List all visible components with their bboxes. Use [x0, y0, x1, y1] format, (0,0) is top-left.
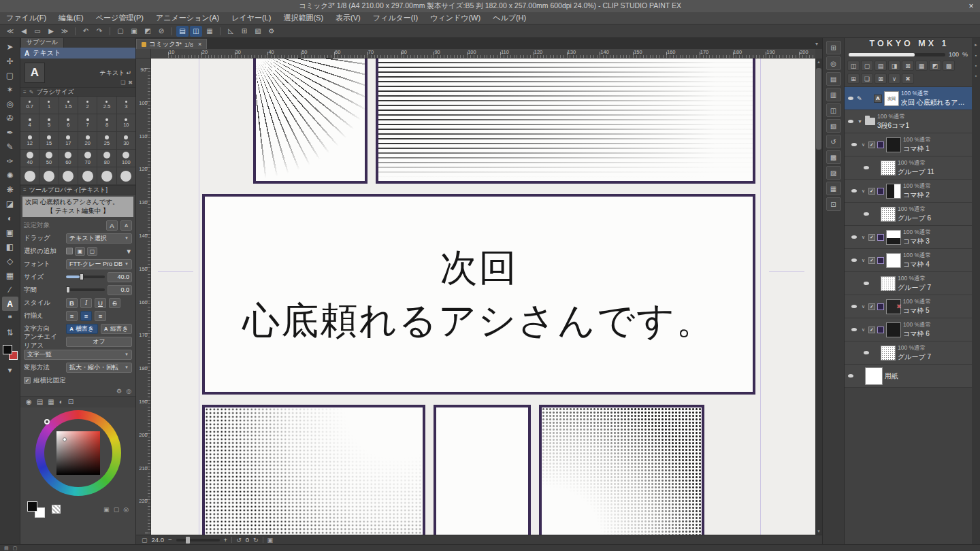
reset-view-icon[interactable]: ▣: [267, 537, 274, 544]
layer-row[interactable]: ✎ ✓ A 用紙: [845, 365, 972, 388]
color-mixer-icon[interactable]: ⊡: [68, 398, 74, 405]
snap-special-ruler-icon[interactable]: ◫: [190, 26, 202, 37]
visibility-eye-icon[interactable]: [850, 305, 858, 308]
fg-bg-swatches[interactable]: [27, 501, 45, 518]
aspect-ratio-checkbox[interactable]: ✓: [24, 377, 31, 384]
menu-item[interactable]: ファイル(F): [0, 12, 52, 24]
transform-method-dropdown[interactable]: 拡大・縮小・回転 ▼: [66, 363, 132, 373]
subtool-list[interactable]: A テキスト ↵ ❏ ✖: [20, 59, 135, 87]
frame-border-tool[interactable]: ▦: [2, 268, 18, 282]
layer-row[interactable]: ✎ ▼ ✓ A 100 %通常 3段6コマ1: [845, 110, 972, 133]
slider-thumb[interactable]: [80, 273, 84, 280]
ruler-icon[interactable]: ◺: [225, 26, 237, 37]
zoom-slider[interactable]: [176, 539, 220, 541]
pencil-tool[interactable]: ✎: [2, 139, 18, 154]
expand-arrow-icon[interactable]: ∨: [860, 304, 866, 310]
delete-subtool-icon[interactable]: ✖: [128, 80, 133, 86]
dock-item-icon[interactable]: ▪: [975, 53, 977, 58]
toolbar-icon[interactable]: [220, 27, 220, 35]
slider-thumb[interactable]: [66, 286, 70, 293]
dock-item-icon[interactable]: ▪: [975, 73, 977, 78]
brush-size-cell[interactable]: 25: [97, 132, 116, 150]
frame-check-icon[interactable]: ✓: [868, 303, 875, 310]
brush-size-cell[interactable]: 200: [39, 167, 59, 185]
layer-name[interactable]: グループ 6: [898, 214, 970, 223]
rotate-ccw-icon[interactable]: ↺: [236, 537, 242, 544]
zoom-slider-thumb[interactable]: [186, 537, 190, 544]
tab-subtool[interactable]: サブツール: [20, 38, 64, 48]
switch-color-icon[interactable]: ▾: [2, 363, 18, 377]
layer-name[interactable]: グループ 7: [898, 352, 970, 362]
underline-button[interactable]: U: [95, 298, 106, 308]
gradient-tool[interactable]: ◧: [2, 239, 18, 254]
layer-name[interactable]: コマ枠 5: [903, 306, 970, 316]
fit-screen-icon[interactable]: ▢: [142, 537, 148, 544]
toolbar-icon[interactable]: [172, 27, 172, 35]
visibility-eye-icon[interactable]: [850, 143, 858, 146]
layer-name[interactable]: 次回 心底頼れるアシさん: [901, 98, 970, 107]
brush-size-cell[interactable]: 3: [117, 97, 136, 114]
decoration-tool[interactable]: ❋: [2, 182, 18, 197]
italic-button[interactable]: I: [80, 298, 92, 308]
window-layout-icon[interactable]: ▢: [13, 546, 18, 551]
layer-name[interactable]: 3段6コマ1: [877, 121, 970, 131]
layer-thumbnail[interactable]: [886, 253, 901, 268]
layer-thumbnail[interactable]: 次回: [884, 91, 899, 106]
canvas-vertical-scrollbar[interactable]: ▲ ▼: [815, 59, 822, 535]
strikeout-button[interactable]: S: [109, 298, 120, 308]
menu-item[interactable]: 選択範囲(S): [277, 12, 329, 24]
menu-item[interactable]: ウィンドウ(W): [424, 12, 487, 24]
new-folder-icon[interactable]: ❏: [861, 73, 873, 84]
magnifier-icon[interactable]: ◎: [826, 56, 841, 70]
layer-name[interactable]: グループ 7: [898, 283, 970, 293]
menu-item[interactable]: ページ管理(P): [90, 12, 150, 24]
expand-arrow-icon[interactable]: ▼: [857, 119, 863, 124]
frame-check-icon[interactable]: ✓: [868, 188, 875, 195]
zoom-tool[interactable]: ◎: [2, 97, 18, 111]
color-chips[interactable]: [3, 345, 18, 360]
visibility-eye-icon[interactable]: [847, 120, 855, 123]
layer-name[interactable]: コマ枠 3: [903, 237, 970, 246]
layer-thumbnail[interactable]: [886, 184, 901, 199]
lock-transparent-icon[interactable]: ▤: [875, 61, 887, 71]
selection-mode-icon[interactable]: ▣: [75, 247, 85, 256]
move-layer-tool[interactable]: ✢: [2, 54, 18, 68]
material-panel-2-icon[interactable]: ▥: [826, 88, 841, 101]
vertical-text-button[interactable]: A 縦書き: [101, 324, 133, 334]
align-right-icon[interactable]: ≡: [95, 311, 106, 321]
layer-name[interactable]: コマ枠 2: [903, 190, 970, 200]
brush-size-cell[interactable]: 6: [59, 114, 78, 132]
spacing-slider[interactable]: [66, 288, 105, 291]
scroll-down-icon[interactable]: ▼: [815, 528, 822, 535]
layer-thumbnail[interactable]: [881, 207, 896, 222]
brush-size-cell[interactable]: 5: [39, 114, 59, 132]
panel-menu-icon[interactable]: ≡: [23, 187, 27, 193]
tab-list-chevron-icon[interactable]: ▾: [815, 41, 818, 47]
layer-name[interactable]: 用紙: [885, 371, 970, 381]
brush-size-cell[interactable]: 2.5: [97, 97, 116, 114]
layer-row[interactable]: ✎ ✓ A 次回 100 %通常 次回 心底頼れるアシさん: [845, 87, 972, 110]
blend-mode-icon[interactable]: ◫: [847, 61, 860, 71]
palette-color-icon[interactable]: ◩: [929, 61, 941, 71]
layer-row[interactable]: ✎ ∨ ✓ A 100 %通常 コマ枠 3: [845, 226, 972, 249]
brush-size-cell[interactable]: 2: [78, 97, 97, 114]
visibility-eye-icon[interactable]: [862, 212, 870, 216]
add-selection-checkbox[interactable]: [66, 248, 73, 254]
layer-thumbnail[interactable]: [886, 230, 901, 245]
expand-arrow-icon[interactable]: ∨: [860, 142, 866, 148]
color-search-icon[interactable]: ◎: [123, 506, 129, 513]
snap-grid-icon[interactable]: ▦: [203, 26, 216, 37]
expand-arrow-icon[interactable]: ∨: [860, 327, 866, 333]
transparent-color-swatch[interactable]: [52, 505, 61, 514]
navigator-icon[interactable]: ◫: [826, 103, 841, 117]
grid-icon[interactable]: ⊞: [238, 26, 250, 37]
brush-size-cell[interactable]: 50: [39, 150, 59, 167]
deselect-icon[interactable]: ▢: [114, 26, 127, 37]
brush-size-cell[interactable]: 30: [117, 132, 136, 150]
ruler-tool[interactable]: ∕: [2, 282, 18, 297]
figure-tool[interactable]: ◇: [2, 254, 18, 268]
clear-selection-icon[interactable]: ⊘: [155, 26, 167, 37]
align-center-icon[interactable]: ≡: [80, 311, 92, 321]
layer-row[interactable]: ✎ ✓ A 100 %通常 グループ 11: [845, 156, 972, 180]
frame-check-icon[interactable]: ✓: [868, 141, 875, 148]
